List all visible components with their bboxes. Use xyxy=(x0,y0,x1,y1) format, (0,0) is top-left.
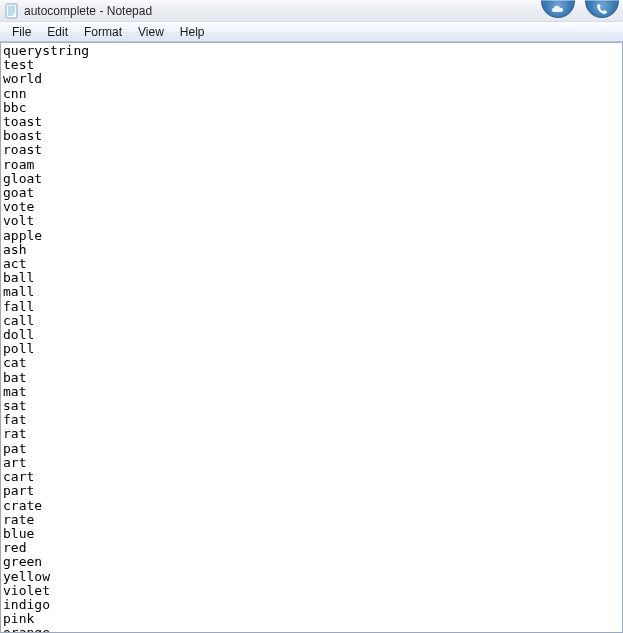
cloud-icon[interactable] xyxy=(541,0,575,18)
notepad-icon xyxy=(4,3,20,19)
menu-view[interactable]: View xyxy=(130,24,172,40)
menu-format[interactable]: Format xyxy=(76,24,130,40)
menu-file[interactable]: File xyxy=(4,24,39,40)
menubar: File Edit Format View Help xyxy=(0,22,623,42)
phone-icon[interactable] xyxy=(585,0,619,18)
titlebar-extras xyxy=(541,0,619,22)
menu-help[interactable]: Help xyxy=(172,24,213,40)
menu-edit[interactable]: Edit xyxy=(39,24,76,40)
editor-frame xyxy=(0,42,623,633)
window-title: autocomplete - Notepad xyxy=(24,4,152,18)
titlebar: autocomplete - Notepad xyxy=(0,0,623,22)
text-editor[interactable] xyxy=(1,43,622,632)
